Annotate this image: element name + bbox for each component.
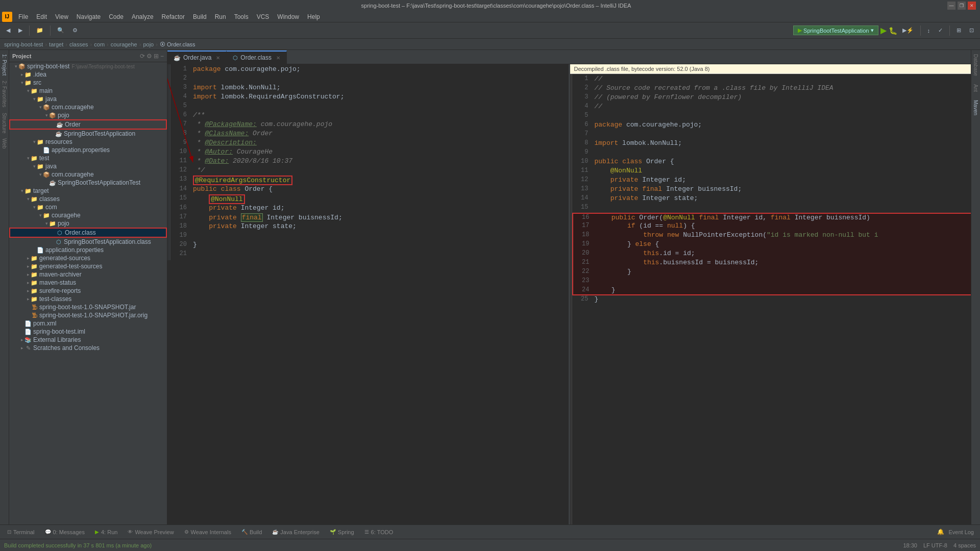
left-icon-web[interactable]: Web <box>1 136 8 151</box>
tree-item-java[interactable]: ▾ 📁 java <box>9 95 167 103</box>
tree-item-test-classes[interactable]: ▸ 📁 test-classes <box>9 295 167 303</box>
minimize-button[interactable]: — <box>947 2 955 10</box>
menu-vcs[interactable]: VCS <box>253 12 274 21</box>
project-sync-button[interactable]: ⟳ <box>140 53 145 60</box>
tab-order-java[interactable]: ☕ Order.java ✕ <box>167 51 227 64</box>
tree-item-test[interactable]: ▾ 📁 test <box>9 154 167 162</box>
tab-build[interactable]: 🔨 Build <box>236 525 267 539</box>
breadcrumb-pojo[interactable]: pojo <box>143 41 154 47</box>
close-button[interactable]: ✕ <box>968 2 976 10</box>
breadcrumb-target[interactable]: target <box>49 41 63 47</box>
maximize-button[interactable]: ❐ <box>958 2 966 10</box>
tree-item-jar[interactable]: 🗜 spring-boot-test-1.0-SNAPSHOT.jar <box>9 303 167 311</box>
tree-item-app-props2[interactable]: 📄 application.properties <box>9 246 167 254</box>
code-area-right[interactable]: 1 // 2 // Source code recreated from a .… <box>570 74 971 524</box>
tree-item-scratches[interactable]: ▸ ✎ Scratches and Consoles <box>9 344 167 352</box>
project-layout-button[interactable]: ⊞ <box>154 53 159 60</box>
toolbar-layout-button[interactable]: ⊞ <box>953 24 964 37</box>
tab-terminal[interactable]: ⊡ Terminal <box>2 525 40 539</box>
tree-item-com-couragehe[interactable]: ▾ 📦 com.couragehe <box>9 103 167 111</box>
menu-build[interactable]: Build <box>189 12 211 21</box>
tree-item-pom[interactable]: 📄 pom.xml <box>9 319 167 328</box>
coverage-button[interactable]: ▶⚡ <box>899 24 917 37</box>
left-icon-favorites[interactable]: 2: Favorites <box>1 79 8 109</box>
tab-todo[interactable]: ☰ 6: TODO <box>359 525 399 539</box>
tab-run[interactable]: ▶ 4: Run <box>90 525 122 539</box>
toolbar-settings-button[interactable]: ⚙ <box>69 24 81 37</box>
menu-tools[interactable]: Tools <box>230 12 253 21</box>
tree-item-test-java[interactable]: ▾ 📁 java <box>9 162 167 170</box>
menu-navigate[interactable]: Navigate <box>72 12 105 21</box>
tree-item-app-props[interactable]: 📄 application.properties <box>9 146 167 154</box>
toolbar-terminal-button[interactable]: ⊡ <box>966 24 977 37</box>
debug-button[interactable]: 🐛 <box>889 27 897 35</box>
breadcrumb-couragehe[interactable]: couragehe <box>111 41 137 47</box>
tree-item-test-app[interactable]: ☕ SpringBootTestApplicationTest <box>9 179 167 187</box>
toolbar-vcs-button[interactable]: ✓ <box>935 24 946 37</box>
toolbar-search-button[interactable]: 🔍 <box>54 24 67 37</box>
breadcrumb-com[interactable]: com <box>94 41 105 47</box>
tree-item-main[interactable]: ▾ 📁 main <box>9 87 167 95</box>
tree-item-order-class[interactable]: ⬡ Order.class <box>9 228 167 238</box>
left-icon-structure[interactable]: Structure <box>1 111 8 136</box>
tree-item-surefire[interactable]: ▸ 📁 surefire-reports <box>9 287 167 295</box>
menu-edit[interactable]: Edit <box>32 12 51 21</box>
code-area-left[interactable]: 1 package com.couragehe.pojo; 2 3 import… <box>167 64 569 260</box>
project-settings-button[interactable]: ⚙ <box>146 53 152 60</box>
tree-item-jar-orig[interactable]: 🗜 spring-boot-test-1.0-SNAPSHOT.jar.orig <box>9 311 167 319</box>
run-button[interactable]: ▶ <box>880 26 887 35</box>
menu-refactor[interactable]: Refactor <box>158 12 189 21</box>
left-icon-project[interactable]: 1: Project <box>1 52 8 78</box>
toolbar-back-button[interactable]: ◀ <box>3 24 13 37</box>
tree-item-target[interactable]: ▾ 📁 target <box>9 187 167 195</box>
menu-window[interactable]: Window <box>273 12 303 21</box>
breadcrumb-project[interactable]: spring-boot-test <box>4 41 43 47</box>
menu-view[interactable]: View <box>51 12 72 21</box>
tree-item-ext-libs[interactable]: ▸ 📚 External Libraries <box>9 336 167 344</box>
menu-help[interactable]: Help <box>303 12 324 21</box>
close-tab-order-class[interactable]: ✕ <box>276 55 280 61</box>
tree-item-maven-status[interactable]: ▸ 📁 maven-status <box>9 279 167 287</box>
tab-spring[interactable]: 🌱 Spring <box>325 525 359 539</box>
tree-item-pojo[interactable]: ▾ 📦 pojo <box>9 111 167 119</box>
toolbar-forward-button[interactable]: ▶ <box>15 24 26 37</box>
tree-item-gen-test-sources[interactable]: ▸ 📁 generated-test-sources <box>9 262 167 270</box>
tree-item-maven-archiver[interactable]: ▸ 📁 maven-archiver <box>9 270 167 279</box>
tree-item-idea[interactable]: ▸ 📁 .idea <box>9 70 167 79</box>
tab-messages[interactable]: 💬 0: Messages <box>40 525 90 539</box>
run-config-dropdown[interactable]: ▶ SpringBootTestApplication ▾ <box>793 26 878 35</box>
project-collapse-button[interactable]: − <box>160 53 164 60</box>
tree-item-root[interactable]: ▾ 📦 spring-boot-test F:\java\Test\spring… <box>9 62 167 70</box>
right-panel-maven[interactable]: Maven <box>972 98 979 117</box>
tree-item-resources[interactable]: ▾ 📁 resources <box>9 138 167 146</box>
tab-weave-internals[interactable]: ⚙ Weave Internals <box>179 525 236 539</box>
tab-java-enterprise[interactable]: ☕ Java Enterprise <box>267 525 324 539</box>
right-panel-database[interactable]: Database <box>972 52 979 78</box>
bottom-event-log[interactable]: 🔔 Event Log <box>933 529 978 535</box>
tree-item-test-com[interactable]: ▾ 📦 com.couragehe <box>9 170 167 179</box>
tree-item-gen-sources[interactable]: ▸ 📁 generated-sources <box>9 254 167 262</box>
tree-item-order[interactable]: ☕ Order <box>9 119 167 130</box>
menu-file[interactable]: File <box>14 12 32 21</box>
breadcrumb-classes[interactable]: classes <box>69 41 88 47</box>
toolbar-git-button[interactable]: ↕ <box>924 24 934 37</box>
status-encoding[interactable]: LF UTF-8 <box>923 542 947 548</box>
menu-code[interactable]: Code <box>105 12 128 21</box>
status-indent[interactable]: 4 spaces <box>953 542 976 548</box>
tree-item-classes[interactable]: ▾ 📁 classes <box>9 195 167 203</box>
toolbar-project-button[interactable]: 📁 <box>33 24 46 37</box>
tree-item-com-pkg[interactable]: ▾ 📁 com <box>9 203 167 211</box>
tree-item-springboot-class[interactable]: ⬡ SpringBootTestApplication.class <box>9 238 167 246</box>
tree-item-couragehe-pkg[interactable]: ▾ 📁 couragehe <box>9 211 167 219</box>
tab-weave-preview[interactable]: 👁 Weave Preview <box>122 525 179 539</box>
tree-item-pojo-pkg[interactable]: ▾ 📁 pojo <box>9 219 167 228</box>
menu-analyze[interactable]: Analyze <box>128 12 158 21</box>
tree-item-src[interactable]: ▾ 📁 src <box>9 79 167 87</box>
tab-order-class[interactable]: ⬡ Order.class ✕ <box>227 51 287 64</box>
menu-run[interactable]: Run <box>211 12 230 21</box>
status-position[interactable]: 18:30 <box>903 542 917 548</box>
tree-item-springboot-app[interactable]: ☕ SpringBootTestApplication <box>9 130 167 138</box>
close-tab-order-java[interactable]: ✕ <box>216 55 220 61</box>
right-panel-ant[interactable]: Ant <box>972 82 979 94</box>
tree-item-iml[interactable]: 📄 spring-boot-test.iml <box>9 328 167 336</box>
